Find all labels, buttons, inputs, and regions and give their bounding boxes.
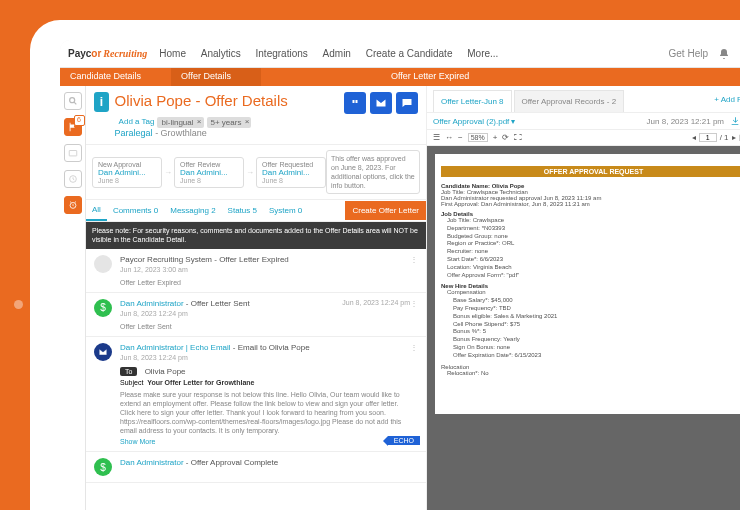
dollar-icon: $ — [94, 299, 112, 317]
chevron-right-icon: → — [246, 168, 254, 177]
zoom-out-icon[interactable]: − — [458, 133, 463, 142]
nav-home[interactable]: Home — [159, 48, 186, 59]
folder-icon[interactable] — [64, 144, 82, 162]
feed-item: $ Dan Administrator - Offer Approval Com… — [86, 452, 426, 483]
file-name-link[interactable]: Offer Approval (2).pdf — [433, 117, 509, 126]
echo-badge: ECHO — [388, 436, 420, 445]
mail-icon — [94, 343, 112, 361]
pdf-page: OFFER APPROVAL REQUEST Candidate Name: O… — [435, 154, 740, 414]
top-nav: Paycor Recruiting Home Analytics Integra… — [60, 40, 740, 68]
nav-more[interactable]: More... — [467, 48, 498, 59]
fullscreen-icon[interactable]: ⛶ — [514, 133, 522, 142]
company-name: - Growthlane — [153, 128, 207, 138]
next-page-icon[interactable]: ▸ — [732, 133, 736, 142]
tag-bilingual[interactable]: bi-lingual — [157, 117, 203, 128]
feed-item: Paycor Recruiting System - Offer Letter … — [86, 249, 426, 293]
svg-line-1 — [73, 102, 76, 105]
zoom-level[interactable]: 58% — [468, 133, 488, 142]
rotate-icon[interactable]: ⟳ — [502, 133, 509, 142]
stage-offer-review: Offer Review Dan Admini... June 8 — [174, 157, 244, 188]
search-icon[interactable] — [64, 92, 82, 110]
filter-messaging[interactable]: Messaging 2 — [164, 201, 221, 220]
alarm-icon[interactable] — [64, 196, 82, 214]
tag-5years[interactable]: 5+ years — [207, 117, 252, 128]
more-icon[interactable]: ⋮ — [410, 299, 418, 330]
dollar-icon: $ — [94, 458, 112, 476]
download-icon[interactable] — [730, 116, 740, 126]
chat-button[interactable] — [396, 92, 418, 114]
feed-item: Dan Administrator | Echo Email - Email t… — [86, 337, 426, 452]
quote-button[interactable] — [344, 92, 366, 114]
avatar — [94, 255, 112, 273]
sidebar-toggle-icon[interactable]: ☰ — [433, 133, 440, 142]
svg-rect-2 — [69, 151, 77, 156]
more-icon[interactable]: ⋮ — [410, 255, 418, 286]
stage-offer-requested: Offer Requested Dan Admini... June 8 — [256, 157, 326, 188]
get-help-link[interactable]: Get Help — [669, 48, 708, 59]
to-badge: To — [120, 367, 137, 376]
bell-icon[interactable] — [718, 48, 730, 60]
add-tag-link[interactable]: Add a Tag — [119, 117, 155, 128]
pdf-toolbar: ☰ ↔ − 58% + ⟳ ⛶ ◂ / 1 ▸ ▦ » — [427, 130, 740, 146]
chevron-right-icon: → — [164, 168, 172, 177]
file-date: Jun 8, 2023 12:21 pm — [647, 117, 724, 126]
page-title: Olivia Pope - Offer Details — [115, 92, 288, 109]
flag-icon[interactable] — [64, 118, 82, 136]
tab-approval-records[interactable]: Offer Approval Records - 2 — [514, 90, 625, 112]
filter-status[interactable]: Status 5 — [222, 201, 263, 220]
filter-system[interactable]: System 0 — [263, 201, 308, 220]
add-file-link[interactable]: + Add File — [710, 89, 740, 110]
prev-page-icon[interactable]: ◂ — [692, 133, 696, 142]
filter-all[interactable]: All — [86, 200, 107, 221]
tab-bar: Candidate Details Offer Details Offer Le… — [60, 68, 740, 86]
tab-offer-letter[interactable]: Offer Letter-Jun 8 — [433, 90, 512, 112]
job-title-link[interactable]: Paralegal — [115, 128, 153, 138]
mail-button[interactable] — [370, 92, 392, 114]
more-icon[interactable]: ⋮ — [410, 343, 418, 445]
security-warning: Please note: For security reasons, comme… — [86, 222, 426, 248]
fit-width-icon[interactable]: ↔ — [445, 133, 453, 142]
activity-feed: Paycor Recruiting System - Offer Letter … — [86, 249, 426, 510]
feed-item: $ Dan Administrator - Offer Letter SentJ… — [86, 293, 426, 337]
show-more-link[interactable]: Show More — [120, 438, 410, 445]
tab-offer-details[interactable]: Offer Details — [171, 68, 261, 86]
nav-integrations[interactable]: Integrations — [256, 48, 308, 59]
info-icon[interactable]: i — [94, 92, 109, 112]
zoom-in-icon[interactable]: + — [493, 133, 498, 142]
left-sidebar — [60, 86, 86, 510]
brand-logo: Paycor Recruiting — [68, 48, 147, 59]
approved-note: This offer was approved on June 8, 2023.… — [326, 150, 420, 194]
clock-icon[interactable] — [64, 170, 82, 188]
nav-links: Home Analytics Integrations Admin Create… — [153, 48, 504, 59]
tab-offer-expired: Offer Letter Expired — [381, 68, 499, 86]
stage-new-approval: New Approval Dan Admini... June 8 — [92, 157, 162, 188]
create-offer-letter-button[interactable]: Create Offer Letter — [345, 201, 426, 220]
nav-admin[interactable]: Admin — [323, 48, 351, 59]
nav-create-candidate[interactable]: Create a Candidate — [366, 48, 453, 59]
filter-comments[interactable]: Comments 0 — [107, 201, 164, 220]
page-input[interactable] — [699, 133, 717, 142]
nav-analytics[interactable]: Analytics — [201, 48, 241, 59]
tab-candidate-details[interactable]: Candidate Details — [60, 68, 171, 86]
